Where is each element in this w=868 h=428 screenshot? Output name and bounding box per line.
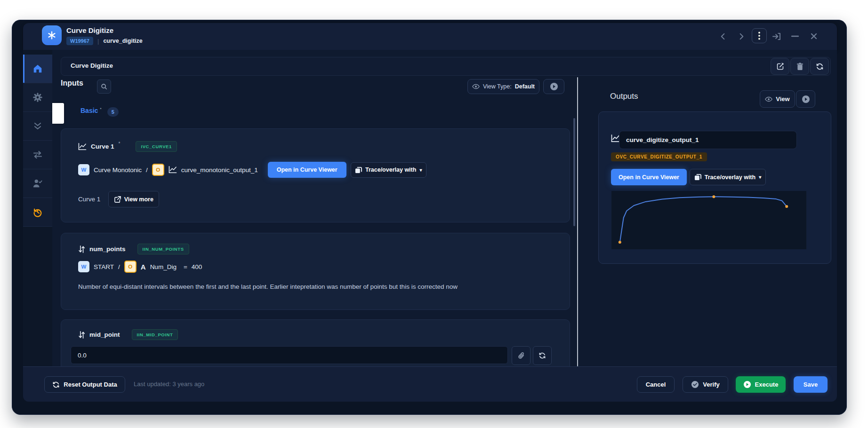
view-more-label: View more xyxy=(124,196,153,203)
open-curve-viewer-button[interactable]: Open in Curve Viewer xyxy=(611,169,687,185)
output-badge: O xyxy=(124,261,137,273)
workflow-id-badge: W19967 xyxy=(66,37,93,45)
search-icon xyxy=(101,83,107,90)
view-more-button[interactable]: View more xyxy=(108,191,159,207)
attach-button[interactable] xyxy=(512,346,530,365)
panel-handle[interactable] xyxy=(52,103,64,124)
output-name-input[interactable] xyxy=(619,131,797,149)
menu-button[interactable] xyxy=(752,28,767,43)
play-circle-icon xyxy=(802,95,810,103)
refresh-icon xyxy=(52,381,60,388)
home-icon xyxy=(32,63,43,74)
open-curve-viewer-button[interactable]: Open in Curve Viewer xyxy=(268,162,346,178)
section-titlebar: Curve Digitize xyxy=(61,57,831,76)
play-circle-icon xyxy=(550,82,558,91)
workflow-badge: W xyxy=(78,261,89,272)
action-footer: Reset Output Data Last updated: 3 years … xyxy=(23,366,837,402)
window-title: Curve Digitize xyxy=(66,26,113,34)
save-button[interactable]: Save xyxy=(794,376,828,393)
swap-arrows-icon xyxy=(32,151,43,159)
field-card-mid-point: mid_point IIN_MID_POINT xyxy=(61,319,570,366)
refresh-icon xyxy=(816,63,824,71)
window-header: Curve Digitize W19967 | curve_digitize xyxy=(23,23,837,50)
trace-overlay-button[interactable]: Trace/overlay with ▾ xyxy=(690,169,766,185)
section-title: Curve Digitize xyxy=(71,62,113,69)
reset-output-label: Reset Output Data xyxy=(64,381,117,388)
reset-field-button[interactable] xyxy=(533,346,552,365)
edit-button[interactable] xyxy=(771,58,789,75)
caret-down-icon: ▾ xyxy=(419,167,422,173)
outputs-view-button[interactable]: View xyxy=(760,90,795,108)
layers-icon xyxy=(694,174,701,181)
view-type-button[interactable]: View Type: Default xyxy=(467,79,539,94)
trace-overlay-label: Trace/overlay with xyxy=(705,174,755,181)
nav-forward-button[interactable] xyxy=(735,30,747,42)
field-description: Number of equi-distant intervals between… xyxy=(78,283,549,290)
source-name: Curve Monotonic xyxy=(94,166,142,174)
reset-output-data-button[interactable]: Reset Output Data xyxy=(44,376,125,393)
output-card: OVC_CURVE_DIGITIZE_OUTPUT_1 Open in Curv… xyxy=(598,111,831,264)
tab-required-marker: * xyxy=(100,107,102,111)
tab-basic[interactable]: Basic * 5 xyxy=(80,107,119,117)
separator: / xyxy=(118,263,120,270)
sort-arrows-icon xyxy=(78,331,85,339)
eye-icon xyxy=(472,84,480,89)
sidebar-item-approvals[interactable] xyxy=(23,169,52,198)
output-curve-preview[interactable] xyxy=(611,191,806,249)
verify-label: Verify xyxy=(703,381,719,388)
trace-overlay-button[interactable]: Trace/overlay with ▾ xyxy=(351,162,426,178)
inputs-scrollbar[interactable] xyxy=(573,118,575,226)
external-link-icon xyxy=(114,196,121,203)
double-chevron-down-icon xyxy=(33,121,42,131)
delete-button[interactable] xyxy=(790,58,809,75)
outputs-run-button[interactable] xyxy=(796,90,815,108)
refresh-button[interactable] xyxy=(810,58,829,75)
execute-button[interactable]: Execute xyxy=(736,376,786,393)
sidebar-item-home[interactable] xyxy=(23,55,52,83)
text-type-icon: A xyxy=(141,263,146,271)
mapped-value-name: Num_Dig xyxy=(150,263,177,270)
sidebar-item-history[interactable] xyxy=(23,198,52,227)
minimize-button[interactable] xyxy=(789,30,801,42)
kebab-menu-icon xyxy=(758,32,761,40)
app-body: Curve Digitize Inputs xyxy=(23,50,837,366)
cancel-button[interactable]: Cancel xyxy=(637,376,675,393)
view-type-value: Default xyxy=(515,83,535,90)
close-button[interactable] xyxy=(808,30,820,42)
app-logo xyxy=(42,25,62,45)
field-tag: IIN_NUM_POINTS xyxy=(137,244,189,254)
field-tag: IIN_MID_POINT xyxy=(132,329,178,340)
view-type-label: View Type: xyxy=(483,83,512,90)
history-icon xyxy=(32,207,43,217)
inputs-heading: Inputs xyxy=(61,79,83,87)
inputs-run-button[interactable] xyxy=(543,79,564,94)
required-marker: * xyxy=(119,141,121,146)
field-name: Curve 1 xyxy=(91,143,114,150)
field-name: num_points xyxy=(89,246,126,253)
sidebar xyxy=(23,50,53,366)
nav-back-button[interactable] xyxy=(717,30,729,42)
play-circle-icon xyxy=(743,380,751,388)
app-window: Curve Digitize W19967 | curve_digitize xyxy=(12,20,847,415)
sidebar-item-tasks[interactable] xyxy=(23,112,52,141)
separator: / xyxy=(146,166,148,174)
tab-basic-count: 5 xyxy=(107,107,119,117)
sidebar-item-settings[interactable] xyxy=(23,83,52,112)
popout-button[interactable] xyxy=(770,30,783,42)
equals-sign: = xyxy=(184,263,187,270)
field-value: 400 xyxy=(192,263,202,270)
field-card-num-points: num_points IIN_NUM_POINTS W START / O A … xyxy=(61,233,570,310)
minimize-icon xyxy=(791,35,799,37)
user-check-icon xyxy=(32,179,43,188)
layers-icon xyxy=(355,166,362,174)
trash-icon xyxy=(796,63,804,71)
output-sparkline xyxy=(611,191,806,249)
sort-arrows-icon xyxy=(78,246,85,253)
field-tag: IVC_CURVE1 xyxy=(136,141,177,152)
mid-point-input[interactable] xyxy=(71,346,508,364)
search-button[interactable] xyxy=(97,79,111,94)
check-circle-icon xyxy=(691,380,699,388)
verify-button[interactable]: Verify xyxy=(683,376,728,393)
sidebar-item-transfers[interactable] xyxy=(23,141,52,169)
exit-arrow-icon xyxy=(772,32,781,40)
